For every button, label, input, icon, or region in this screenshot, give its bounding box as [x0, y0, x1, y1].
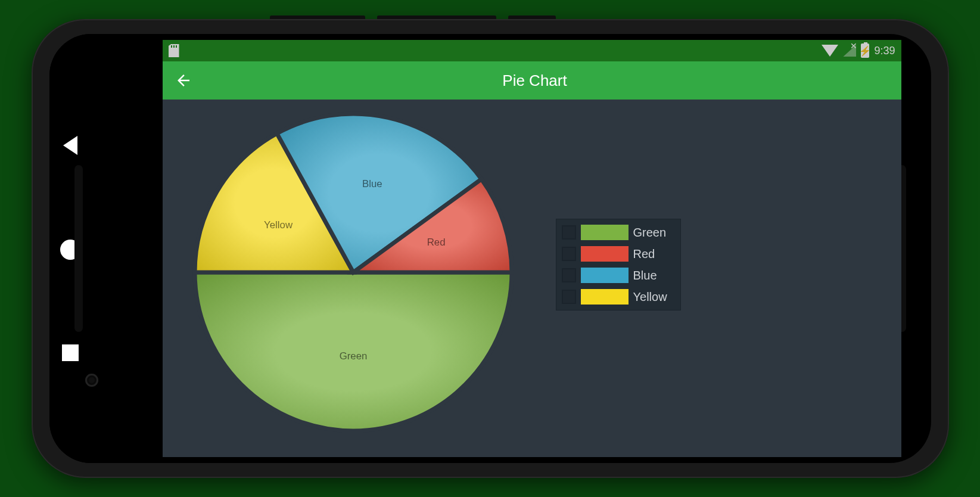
recents-nav-icon[interactable] — [62, 344, 79, 361]
legend-label: Red — [633, 247, 675, 261]
app-bar: Pie Chart — [163, 61, 901, 100]
slice-label-yellow: Yellow — [264, 219, 293, 231]
back-nav-icon[interactable] — [63, 136, 77, 155]
screen: ⚡ 9:39 Pie Chart GreenYellowBlueRed Gree… — [163, 40, 901, 457]
pie-chart[interactable]: GreenYellowBlueRed — [186, 105, 520, 439]
android-nav-bar — [49, 34, 91, 463]
slice-label-red: Red — [427, 237, 445, 248]
legend-swatch — [581, 268, 629, 283]
chart-content: GreenYellowBlueRed GreenRedBlueYellow — [163, 100, 901, 457]
legend-swatch — [581, 225, 629, 240]
legend-checkbox[interactable] — [562, 247, 576, 261]
app-title: Pie Chart — [181, 72, 889, 90]
clock: 9:39 — [874, 45, 895, 57]
speaker — [74, 165, 83, 332]
signal-icon — [843, 45, 856, 57]
slice-label-blue: Blue — [362, 178, 382, 190]
legend-label: Yellow — [633, 290, 675, 304]
wifi-icon — [822, 45, 838, 57]
legend-item-yellow[interactable]: Yellow — [559, 286, 678, 307]
sdcard-icon — [169, 44, 179, 57]
slice-label-green: Green — [339, 350, 367, 362]
legend-item-blue[interactable]: Blue — [559, 265, 678, 286]
battery-icon: ⚡ — [861, 44, 869, 58]
legend-checkbox[interactable] — [562, 268, 576, 282]
device-frame: ⚡ 9:39 Pie Chart GreenYellowBlueRed Gree… — [32, 19, 949, 478]
front-camera — [85, 374, 98, 387]
legend-checkbox[interactable] — [562, 290, 576, 304]
legend-item-green[interactable]: Green — [559, 222, 678, 243]
legend-item-red[interactable]: Red — [559, 243, 678, 265]
legend: GreenRedBlueYellow — [556, 219, 681, 310]
hardware-button — [377, 15, 496, 19]
legend-label: Green — [633, 226, 675, 240]
legend-label: Blue — [633, 269, 675, 282]
hardware-button — [270, 15, 365, 19]
legend-swatch — [581, 289, 629, 305]
hardware-button — [508, 15, 556, 19]
status-bar: ⚡ 9:39 — [163, 40, 901, 61]
legend-swatch — [581, 246, 629, 262]
legend-checkbox[interactable] — [562, 225, 576, 240]
